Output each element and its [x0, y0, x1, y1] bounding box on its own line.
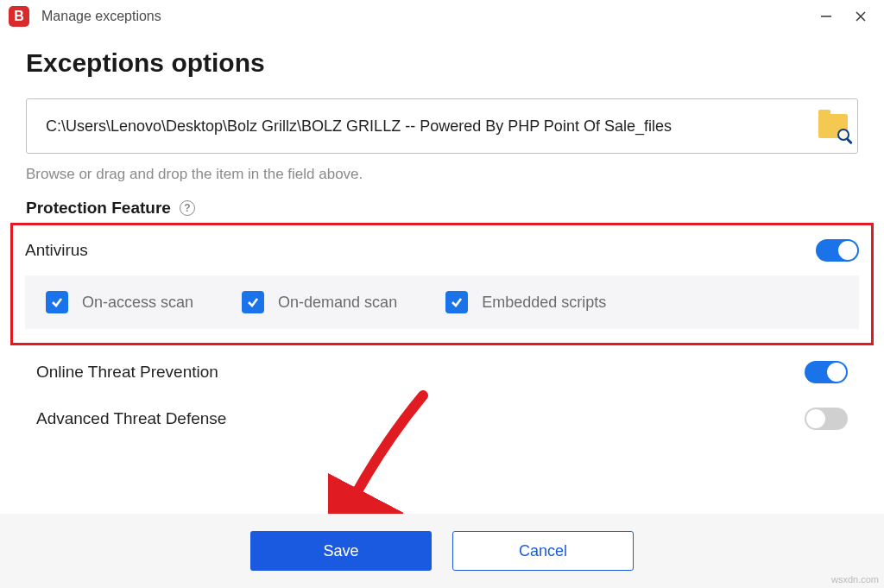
checkmark-icon: [445, 291, 468, 313]
titlebar: B Manage exceptions: [0, 0, 884, 33]
minimize-button[interactable]: [818, 9, 834, 24]
save-button[interactable]: Save: [250, 531, 432, 571]
antivirus-highlight-box: Antivirus On-access scan On-demand scan …: [10, 223, 874, 345]
antivirus-label: Antivirus: [25, 241, 88, 260]
checkmark-icon: [46, 291, 68, 313]
online-threat-row: Online Threat Prevention: [26, 361, 858, 383]
antivirus-sub-options: On-access scan On-demand scan Embedded s…: [25, 275, 859, 329]
online-threat-label: Online Threat Prevention: [36, 363, 218, 382]
embedded-scripts-label: Embedded scripts: [482, 294, 606, 312]
online-threat-toggle[interactable]: [805, 361, 848, 383]
page-title: Exceptions options: [26, 48, 858, 78]
window-title: Manage exceptions: [41, 9, 818, 24]
section-title-text: Protection Feature: [26, 199, 171, 218]
advanced-defense-toggle[interactable]: [805, 408, 848, 430]
path-field-row: [26, 98, 858, 154]
embedded-scripts-checkbox[interactable]: Embedded scripts: [445, 291, 606, 313]
antivirus-row: Antivirus: [25, 232, 859, 269]
app-logo-icon: B: [9, 6, 29, 27]
close-button[interactable]: [853, 9, 868, 24]
folder-search-icon: [818, 114, 848, 138]
footer-bar: Save Cancel: [0, 514, 884, 588]
content-area: Exceptions options Browse or drag and dr…: [0, 33, 884, 430]
advanced-defense-label: Advanced Threat Defense: [36, 409, 226, 428]
on-demand-scan-label: On-demand scan: [278, 294, 397, 312]
advanced-defense-row: Advanced Threat Defense: [26, 408, 858, 430]
checkmark-icon: [242, 291, 264, 313]
on-access-scan-label: On-access scan: [82, 294, 193, 312]
cancel-button[interactable]: Cancel: [452, 531, 634, 571]
hint-text: Browse or drag and drop the item in the …: [26, 166, 858, 183]
help-icon[interactable]: ?: [180, 200, 195, 216]
window-controls: [818, 9, 875, 24]
on-demand-scan-checkbox[interactable]: On-demand scan: [242, 291, 397, 313]
browse-button[interactable]: [809, 99, 857, 153]
section-title: Protection Feature ?: [26, 199, 858, 218]
watermark-text: wsxdn.com: [831, 574, 879, 585]
path-input[interactable]: [27, 99, 809, 153]
antivirus-toggle[interactable]: [816, 239, 859, 262]
on-access-scan-checkbox[interactable]: On-access scan: [46, 291, 193, 313]
